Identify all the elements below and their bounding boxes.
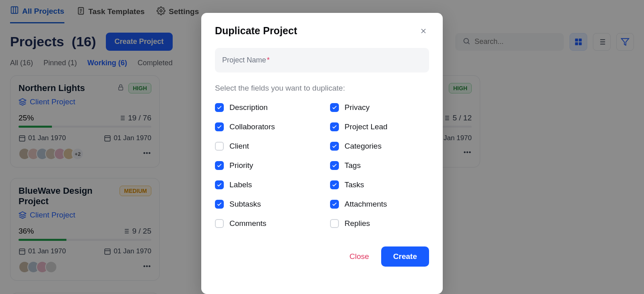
checkbox-label: Privacy bbox=[345, 103, 369, 112]
checkbox-label: Client bbox=[229, 142, 249, 151]
checkbox[interactable] bbox=[330, 219, 339, 228]
duplicate-option[interactable]: Attachments bbox=[330, 200, 429, 209]
checkbox[interactable] bbox=[215, 122, 224, 131]
checkbox-label: Priority bbox=[229, 161, 253, 170]
duplicate-option[interactable]: Replies bbox=[330, 219, 429, 228]
checkbox[interactable] bbox=[330, 142, 339, 151]
checkbox-label: Collaborators bbox=[229, 122, 275, 131]
checkbox-label: Labels bbox=[229, 180, 252, 189]
checkbox[interactable] bbox=[215, 219, 224, 228]
duplicate-project-modal: Duplicate Project Project Name* Select t… bbox=[201, 13, 443, 294]
checkbox[interactable] bbox=[330, 200, 339, 209]
duplicate-option[interactable]: Tags bbox=[330, 161, 429, 170]
required-indicator: * bbox=[267, 56, 270, 64]
checkbox-label: Attachments bbox=[345, 200, 387, 209]
checkbox[interactable] bbox=[330, 161, 339, 170]
duplicate-option[interactable]: Labels bbox=[215, 180, 314, 189]
checkbox[interactable] bbox=[215, 142, 224, 151]
checkbox-label: Project Lead bbox=[345, 122, 388, 131]
duplicate-option[interactable]: Description bbox=[215, 103, 314, 112]
duplicate-option[interactable]: Collaborators bbox=[215, 122, 314, 131]
checkbox-label: Tasks bbox=[345, 180, 364, 189]
checkbox[interactable] bbox=[330, 122, 339, 131]
modal-overlay: Duplicate Project Project Name* Select t… bbox=[0, 0, 644, 294]
checkbox-label: Comments bbox=[229, 219, 266, 228]
project-name-input[interactable]: Project Name* bbox=[215, 48, 429, 72]
checkbox[interactable] bbox=[330, 180, 339, 189]
checkbox[interactable] bbox=[330, 103, 339, 112]
duplicate-options: DescriptionPrivacyCollaboratorsProject L… bbox=[215, 103, 429, 228]
checkbox-label: Description bbox=[229, 103, 268, 112]
duplicate-option[interactable]: Client bbox=[215, 142, 314, 151]
duplicate-option[interactable]: Privacy bbox=[330, 103, 429, 112]
checkbox-label: Replies bbox=[345, 219, 370, 228]
checkbox-label: Subtasks bbox=[229, 200, 261, 209]
duplicate-option[interactable]: Project Lead bbox=[330, 122, 429, 131]
modal-title: Duplicate Project bbox=[215, 25, 297, 37]
close-icon[interactable] bbox=[418, 25, 429, 37]
duplicate-option[interactable]: Subtasks bbox=[215, 200, 314, 209]
modal-help-text: Select the fields you want to duplicate: bbox=[215, 84, 429, 93]
create-button[interactable]: Create bbox=[381, 246, 429, 267]
checkbox[interactable] bbox=[215, 200, 224, 209]
duplicate-option[interactable]: Priority bbox=[215, 161, 314, 170]
checkbox[interactable] bbox=[215, 180, 224, 189]
checkbox-label: Categories bbox=[345, 142, 382, 151]
close-button[interactable]: Close bbox=[341, 246, 377, 267]
duplicate-option[interactable]: Tasks bbox=[330, 180, 429, 189]
checkbox[interactable] bbox=[215, 103, 224, 112]
checkbox[interactable] bbox=[215, 161, 224, 170]
duplicate-option[interactable]: Categories bbox=[330, 142, 429, 151]
duplicate-option[interactable]: Comments bbox=[215, 219, 314, 228]
checkbox-label: Tags bbox=[345, 161, 361, 170]
